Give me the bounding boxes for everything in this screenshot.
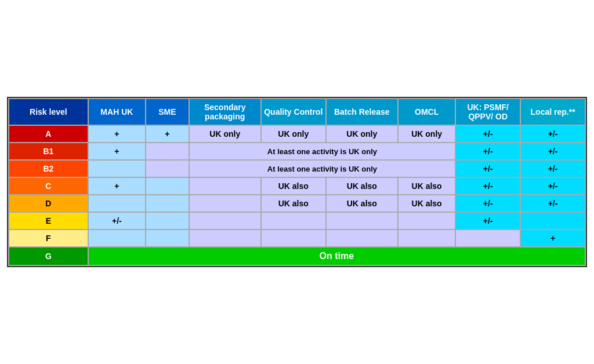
row-f-batch (326, 230, 398, 247)
row-b2-span: At least one activity is UK only (189, 160, 456, 177)
row-e-omcl (398, 212, 455, 230)
row-a-batch: UK only (326, 125, 398, 143)
table-row: B2 At least one activity is UK only +/- … (9, 160, 585, 177)
row-a-sme: + (146, 125, 189, 143)
row-f-secondary (189, 230, 261, 247)
row-d-mah (88, 195, 146, 212)
row-a-omcl: UK only (398, 125, 455, 143)
table-row: E +/- +/- (9, 212, 585, 230)
row-e-qc (261, 212, 326, 230)
col-header-omcl: OMCL (398, 99, 455, 125)
row-d-omcl: UK also (398, 195, 455, 212)
row-b1-sme (146, 143, 189, 160)
row-b1-local: +/- (520, 143, 585, 160)
row-e-local (520, 212, 585, 230)
row-d-secondary (189, 195, 261, 212)
row-e-mah: +/- (88, 212, 146, 230)
risk-level-b1: B1 (9, 143, 88, 160)
row-a-qc: UK only (261, 125, 326, 143)
row-f-local: + (520, 230, 585, 247)
row-d-local: +/- (520, 195, 585, 212)
table-row: C + UK also UK also UK also +/- +/- (9, 177, 585, 195)
row-a-secondary: UK only (189, 125, 261, 143)
row-c-omcl: UK also (398, 177, 455, 195)
row-f-mah (88, 230, 146, 247)
row-c-psmf: +/- (455, 177, 520, 195)
risk-level-b2: B2 (9, 160, 88, 177)
row-d-batch: UK also (326, 195, 398, 212)
col-header-local: Local rep.** (520, 99, 585, 125)
risk-level-c: C (9, 177, 88, 195)
risk-level-g: G (9, 247, 88, 265)
risk-level-f: F (9, 230, 88, 247)
row-d-sme (146, 195, 189, 212)
row-f-psmf (455, 230, 520, 247)
col-header-secondary: Secondary packaging (189, 99, 261, 125)
row-a-psmf: +/- (455, 125, 520, 143)
row-a-mah: + (88, 125, 146, 143)
risk-level-e: E (9, 212, 88, 230)
row-b2-local: +/- (520, 160, 585, 177)
row-c-mah: + (88, 177, 146, 195)
risk-level-a: A (9, 125, 88, 143)
row-b2-psmf: +/- (455, 160, 520, 177)
col-header-mah: MAH UK (88, 99, 146, 125)
row-c-sme (146, 177, 189, 195)
row-c-secondary (189, 177, 261, 195)
table-row: G On time (9, 247, 585, 265)
row-b2-mah (88, 160, 146, 177)
row-f-sme (146, 230, 189, 247)
row-d-psmf: +/- (455, 195, 520, 212)
table-row: F + (9, 230, 585, 247)
row-d-qc: UK also (261, 195, 326, 212)
row-f-omcl (398, 230, 455, 247)
col-header-sme: SME (146, 99, 189, 125)
row-g-span: On time (88, 247, 585, 265)
row-c-local: +/- (520, 177, 585, 195)
col-header-psmf: UK: PSMF/ QPPV/ OD (455, 99, 520, 125)
table-row: A + + UK only UK only UK only UK only +/… (9, 125, 585, 143)
row-f-qc (261, 230, 326, 247)
col-header-risk: Risk level (9, 99, 88, 125)
row-b1-mah: + (88, 143, 146, 160)
row-b1-psmf: +/- (455, 143, 520, 160)
row-a-local: +/- (520, 125, 585, 143)
row-e-psmf: +/- (455, 212, 520, 230)
col-header-batch: Batch Release (326, 99, 398, 125)
table-row: D UK also UK also UK also +/- +/- (9, 195, 585, 212)
row-c-qc: UK also (261, 177, 326, 195)
col-header-qc: Quality Control (261, 99, 326, 125)
row-c-batch: UK also (326, 177, 398, 195)
row-e-sme (146, 212, 189, 230)
risk-level-d: D (9, 195, 88, 212)
table-row: B1 + At least one activity is UK only +/… (9, 143, 585, 160)
row-b1-span: At least one activity is UK only (189, 143, 456, 160)
row-e-batch (326, 212, 398, 230)
row-e-secondary (189, 212, 261, 230)
row-b2-sme (146, 160, 189, 177)
